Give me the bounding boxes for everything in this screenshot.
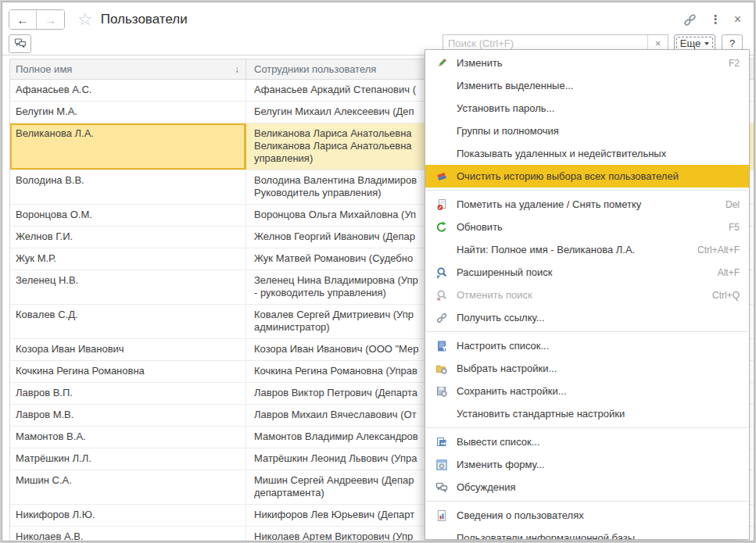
kebab-menu-icon[interactable]: ⋮ [710,13,722,27]
menu-item[interactable]: ИзменитьF2 [425,52,749,74]
forward-arrow-icon: → [45,13,56,27]
menu-item-label: Расширенный поиск [457,266,708,278]
full-name-cell[interactable]: Белугин М.А. [10,102,246,123]
link-icon [435,312,448,324]
menu-shortcut: Ctrl+Q [712,290,740,301]
menu-shortcut: Del [726,199,740,210]
menu-item-label: Установить стандартные настройки [457,408,740,420]
menu-item-label: Обновить [457,221,719,233]
full-name-cell[interactable]: Афанасьев А.С. [10,80,246,101]
eraser-icon [435,170,448,183]
full-name-cell[interactable]: Матрёшкин Л.Л. [10,448,246,470]
title-actions: ⋮ × [683,13,744,27]
full-name-cell[interactable]: Козора Иван Иванович [10,339,246,360]
menu-separator [426,331,748,332]
back-arrow-icon: ← [17,13,29,27]
menu-item-label: Вывести список... [457,436,740,448]
menu-item[interactable]: Группы и полномочия [425,120,749,142]
menu-item-label: Отменить поиск [457,289,703,301]
menu-item[interactable]: Выбрать настройки... [425,357,749,380]
edit-form-icon [435,459,448,471]
delete-mark-icon [435,198,448,211]
menu-item[interactable]: Настроить список... [425,334,749,357]
menu-shortcut: Alt+F [718,267,740,278]
menu-item[interactable]: Расширенный поискAlt+F [425,261,749,284]
blank-icon [435,102,448,115]
menu-item[interactable]: Пометить на удаление / Снять пометкуDel [425,193,749,216]
menu-shortcut: F5 [729,222,740,233]
menu-item[interactable]: Отменить поискCtrl+Q [425,284,749,306]
blank-icon [435,125,448,138]
menu-item[interactable]: Обсуждения [425,476,749,498]
refresh-icon [435,221,448,234]
discussions-button[interactable] [9,34,31,53]
menu-item[interactable]: Получить ссылку... [425,306,749,329]
choose-settings-icon [435,363,448,375]
menu-item[interactable]: Показывать удаленных и недействительных [425,142,749,165]
full-name-cell[interactable]: Мишин С.А. [10,470,246,504]
menu-item[interactable]: Изменить форму... [425,453,749,476]
forward-button[interactable]: → [37,10,64,29]
blank-icon [435,80,448,92]
more-button-label: Еще [680,38,700,49]
close-icon[interactable]: × [734,13,741,27]
full-name-cell[interactable]: Никифоров Л.Ю. [10,505,246,526]
menu-item[interactable]: Изменить выделенные... [425,74,749,97]
full-name-cell[interactable]: Жук М.Р. [10,248,246,270]
full-name-cell[interactable]: Володина В.В. [10,170,246,204]
page-title: Пользователи [101,12,188,27]
menu-separator [426,427,748,428]
menu-item[interactable]: ОбновитьF5 [425,216,749,238]
menu-item-label: Показывать удаленных и недействительных [457,148,740,159]
full-name-cell[interactable]: Лавров В.П. [10,383,246,404]
column-header-full-name[interactable]: Полное имя ↓ [10,59,246,79]
advanced-search-icon [435,266,448,279]
get-link-icon[interactable] [683,13,697,27]
menu-item-label: Обсуждения [457,481,740,493]
menu-item[interactable]: Пользователи информационной базы [425,527,749,540]
full-name-cell[interactable]: Зеленец Н.В. [10,270,246,304]
full-name-cell[interactable]: Желнов Г.И. [10,227,246,248]
menu-item-label: Сохранить настройки... [457,385,740,397]
menu-shortcut: F2 [729,58,740,69]
blank-icon [435,408,448,420]
menu-item-label: Изменить форму... [457,459,740,470]
menu-separator [426,501,748,502]
history-nav: ← → [9,9,65,30]
dropdown-caret-icon [704,42,709,45]
back-button[interactable]: ← [9,10,37,29]
full-name-cell[interactable]: Кочкина Регина Романовна [10,361,246,382]
discussions-icon [14,38,27,49]
app-window: ← → ☆ Пользователи ⋮ × [2,2,754,541]
sort-desc-icon: ↓ [235,64,239,75]
blank-icon [435,532,448,541]
menu-item[interactable]: Очистить историю выбора всех пользовател… [425,165,749,188]
print-list-icon [435,436,448,448]
full-name-cell[interactable]: Мамонтов В.А. [10,427,246,448]
menu-item-label: Установить пароль... [457,102,740,114]
menu-item[interactable]: Установить пароль... [425,97,749,120]
menu-item-label: Выбрать настройки... [457,363,740,374]
menu-item[interactable]: Найти: Полное имя - Великанова Л.А.Ctrl+… [425,238,749,261]
menu-item-label: Получить ссылку... [457,312,740,323]
more-dropdown-menu: ИзменитьF2Изменить выделенные...Установи… [425,49,750,540]
menu-item[interactable]: Установить стандартные настройки [425,402,749,425]
full-name-cell[interactable]: Воронцова О.М. [10,205,246,226]
pencil-icon [435,57,448,70]
menu-item-label: Очистить историю выбора всех пользовател… [457,170,740,182]
full-name-cell[interactable]: Лавров М.В. [10,405,246,426]
full-name-cell[interactable]: Великанова Л.А. [10,123,246,170]
blank-icon [435,244,448,256]
menu-item[interactable]: Сведения о пользователях [425,504,749,527]
menu-item[interactable]: Сохранить настройки... [425,380,749,402]
menu-item-label: Сведения о пользователях [457,509,740,521]
favorite-star-icon[interactable]: ☆ [77,11,93,28]
menu-item[interactable]: Вывести список... [425,430,749,453]
full-name-cell[interactable]: Николаев А.В. [10,527,246,541]
blank-icon [435,148,448,160]
title-bar: ← → ☆ Пользователи ⋮ × [2,2,754,32]
menu-item-label: Группы и полномочия [457,125,740,137]
user-info-icon [435,509,448,522]
full-name-cell[interactable]: Ковалев С.Д. [10,305,246,338]
menu-item-label: Настроить список... [457,340,740,352]
